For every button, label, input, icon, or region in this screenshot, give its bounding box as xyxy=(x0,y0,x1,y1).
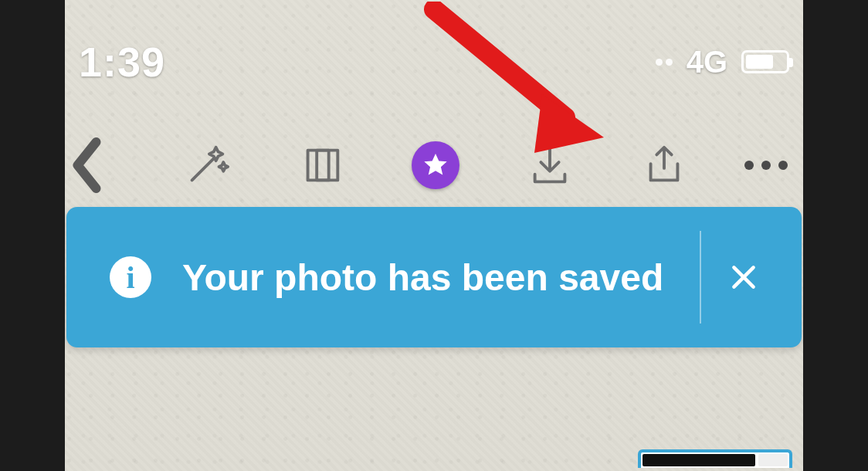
dots-icon xyxy=(744,161,754,170)
save-toast: i Your photo has been saved xyxy=(66,207,802,347)
magic-wand-button[interactable] xyxy=(179,137,235,193)
crop-button[interactable] xyxy=(293,137,349,193)
close-icon xyxy=(730,263,758,291)
clock: 1:39 xyxy=(79,38,165,86)
more-button[interactable] xyxy=(744,161,788,170)
editor-toolbar xyxy=(65,137,803,193)
star-icon xyxy=(422,151,449,179)
battery-icon xyxy=(741,50,789,73)
toast-close-button[interactable] xyxy=(709,207,778,347)
status-bar: 1:39 4G xyxy=(65,43,803,80)
network-label: 4G xyxy=(687,45,727,80)
toast-message: Your photo has been saved xyxy=(182,256,676,299)
download-icon xyxy=(526,141,574,189)
toast-divider xyxy=(700,231,701,324)
download-button[interactable] xyxy=(522,137,578,193)
screenshot-thumbnail[interactable] xyxy=(638,449,792,468)
chevron-left-icon xyxy=(70,137,107,193)
back-button[interactable] xyxy=(65,137,116,193)
favorite-button[interactable] xyxy=(408,137,463,193)
share-icon xyxy=(640,141,688,189)
signal-icon xyxy=(656,59,673,66)
info-icon: i xyxy=(110,256,151,298)
crop-icon xyxy=(297,141,345,189)
photo-editor-screen: 1:39 4G xyxy=(65,0,803,471)
magic-wand-icon xyxy=(183,141,231,189)
share-button[interactable] xyxy=(636,137,692,193)
status-right: 4G xyxy=(656,45,789,80)
star-badge xyxy=(412,141,459,189)
